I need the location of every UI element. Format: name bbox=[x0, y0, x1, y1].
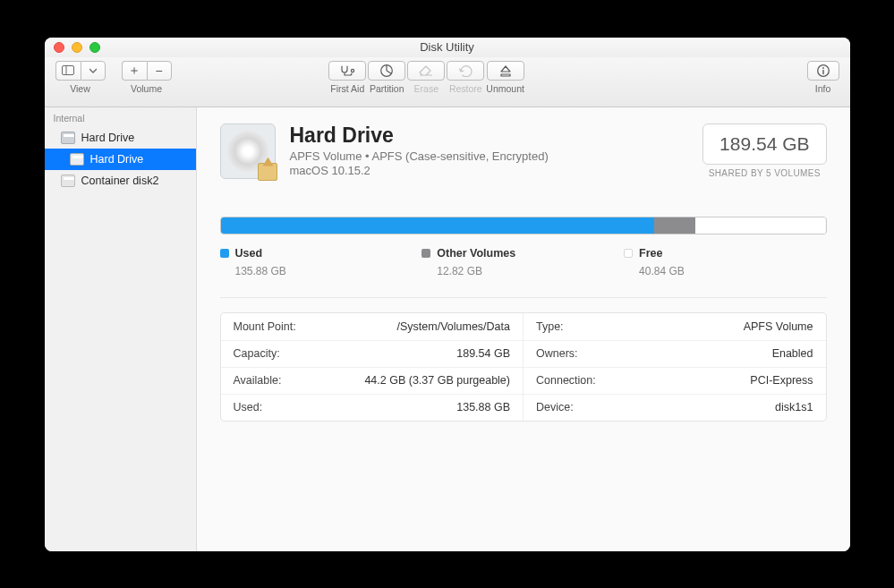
detail-value: APFS Volume bbox=[744, 320, 813, 333]
shared-volumes-text: SHARED BY 5 VOLUMES bbox=[702, 168, 826, 178]
stethoscope-icon bbox=[339, 64, 355, 77]
legend-used-label: Used bbox=[235, 247, 263, 260]
drive-icon bbox=[70, 153, 84, 166]
toolbar-actions-group: First Aid Partition Erase Restore bbox=[328, 61, 524, 94]
partition-button[interactable] bbox=[368, 61, 405, 81]
volume-add-button[interactable]: ＋ bbox=[122, 61, 147, 81]
container-icon bbox=[61, 175, 75, 187]
detail-key: Type: bbox=[536, 320, 564, 333]
volume-header-text: Hard Drive APFS Volume • APFS (Case-sens… bbox=[290, 124, 549, 178]
home-badge-icon bbox=[258, 163, 277, 181]
usage-bar-free bbox=[695, 217, 825, 234]
sidebar-item-hard-drive-1[interactable]: Hard Drive bbox=[45, 149, 196, 170]
sidebar-item-label: Container disk2 bbox=[81, 175, 159, 187]
svg-rect-0 bbox=[63, 66, 74, 75]
usage-bar bbox=[220, 217, 827, 234]
toolbar: View ＋ − Volume First Aid Partition bbox=[45, 57, 850, 107]
detail-value: 135.88 GB bbox=[456, 401, 510, 413]
row-used: Used:135.88 GB bbox=[221, 394, 524, 421]
row-device: Device:disk1s1 bbox=[524, 394, 826, 421]
erase-label: Erase bbox=[414, 83, 438, 94]
chevron-down-icon bbox=[89, 68, 97, 73]
sidebar-toggle-button[interactable] bbox=[55, 61, 81, 81]
row-available: Available:44.2 GB (3.37 GB purgeable) bbox=[221, 367, 524, 394]
info-icon bbox=[816, 64, 830, 78]
row-owners: Owners:Enabled bbox=[524, 340, 826, 367]
capacity-box: 189.54 GB SHARED BY 5 VOLUMES bbox=[702, 124, 826, 178]
detail-value: disk1s1 bbox=[775, 401, 813, 413]
minus-icon: − bbox=[155, 64, 162, 78]
legend-used-value: 135.88 GB bbox=[235, 265, 422, 277]
capacity-value: 189.54 GB bbox=[702, 124, 826, 165]
detail-value: 189.54 GB bbox=[456, 347, 510, 360]
usage-bar-other bbox=[654, 217, 695, 234]
legend-other: Other Volumes 12.82 GB bbox=[421, 247, 624, 277]
detail-key: Available: bbox=[234, 374, 282, 387]
row-mount-point: Mount Point:/System/Volumes/Data bbox=[221, 313, 524, 340]
volume-large-icon bbox=[220, 124, 276, 179]
volume-subtitle: APFS Volume • APFS (Case-sensitive, Encr… bbox=[290, 149, 549, 163]
sidebar-item-label: Hard Drive bbox=[81, 132, 135, 144]
toolbar-view-group: View bbox=[55, 61, 106, 94]
main-panel: Hard Drive APFS Volume • APFS (Case-sens… bbox=[197, 107, 850, 551]
sidebar-item-hard-drive-0[interactable]: Hard Drive bbox=[45, 127, 196, 149]
sidebar: Internal Hard Drive Hard Drive Container… bbox=[45, 107, 197, 551]
app-window: Disk Utility View ＋ − Volume bbox=[45, 38, 850, 551]
row-type: Type:APFS Volume bbox=[524, 313, 826, 340]
partition-label: Partition bbox=[370, 83, 404, 94]
legend-free-label: Free bbox=[639, 247, 662, 260]
plus-icon: ＋ bbox=[128, 63, 140, 79]
sidebar-item-label: Hard Drive bbox=[90, 153, 144, 166]
detail-value: 44.2 GB (3.37 GB purgeable) bbox=[364, 374, 510, 387]
restore-icon bbox=[458, 64, 473, 77]
toolbar-view-label: View bbox=[70, 83, 90, 94]
view-segmented bbox=[55, 61, 106, 81]
first-aid-label: First Aid bbox=[330, 83, 364, 94]
first-aid-button[interactable] bbox=[328, 61, 366, 81]
swatch-free bbox=[624, 249, 633, 258]
swatch-used bbox=[220, 249, 229, 258]
unmount-button[interactable] bbox=[487, 61, 524, 81]
row-connection: Connection:PCI-Express bbox=[524, 367, 826, 394]
legend-other-value: 12.82 GB bbox=[437, 265, 624, 277]
volume-header: Hard Drive APFS Volume • APFS (Case-sens… bbox=[220, 124, 827, 179]
details-table: Mount Point:/System/Volumes/Data Capacit… bbox=[220, 312, 827, 422]
drive-icon bbox=[61, 132, 75, 144]
svg-point-5 bbox=[822, 67, 824, 69]
legend-free-value: 40.84 GB bbox=[639, 265, 826, 277]
titlebar: Disk Utility bbox=[45, 38, 850, 57]
legend-used: Used 135.88 GB bbox=[220, 247, 422, 277]
pie-icon bbox=[379, 64, 394, 78]
detail-value: /System/Volumes/Data bbox=[397, 320, 510, 333]
sidebar-heading-internal: Internal bbox=[45, 111, 196, 127]
usage-legend: Used 135.88 GB Other Volumes 12.82 GB Fr… bbox=[220, 247, 827, 277]
svg-point-2 bbox=[352, 69, 354, 72]
volume-os-line: macOS 10.15.2 bbox=[290, 164, 549, 177]
detail-value: PCI-Express bbox=[750, 374, 813, 387]
info-button[interactable] bbox=[807, 61, 839, 81]
detail-key: Owners: bbox=[536, 347, 578, 360]
erase-button[interactable] bbox=[407, 61, 445, 81]
detail-key: Used: bbox=[234, 401, 263, 413]
volume-name: Hard Drive bbox=[290, 124, 549, 148]
toolbar-volume-group: ＋ − Volume bbox=[122, 61, 172, 94]
toolbar-volume-label: Volume bbox=[131, 83, 162, 94]
window-title: Disk Utility bbox=[45, 40, 850, 54]
svg-rect-6 bbox=[822, 70, 823, 74]
detail-key: Mount Point: bbox=[234, 320, 296, 333]
row-capacity: Capacity:189.54 GB bbox=[221, 340, 524, 367]
content-area: Internal Hard Drive Hard Drive Container… bbox=[45, 107, 850, 551]
sidebar-icon bbox=[62, 65, 74, 75]
toolbar-info-group: Info bbox=[807, 61, 839, 94]
volume-remove-button[interactable]: − bbox=[147, 61, 172, 81]
details-col-left: Mount Point:/System/Volumes/Data Capacit… bbox=[221, 313, 524, 421]
sidebar-item-container-disk2[interactable]: Container disk2 bbox=[45, 170, 196, 192]
volume-segmented: ＋ − bbox=[122, 61, 172, 81]
restore-button[interactable] bbox=[447, 61, 484, 81]
usage-bar-used bbox=[221, 217, 655, 234]
view-dropdown-button[interactable] bbox=[81, 61, 106, 81]
detail-value: Enabled bbox=[772, 347, 813, 360]
separator bbox=[220, 297, 827, 298]
detail-key: Connection: bbox=[536, 374, 596, 387]
eraser-icon bbox=[418, 64, 434, 77]
